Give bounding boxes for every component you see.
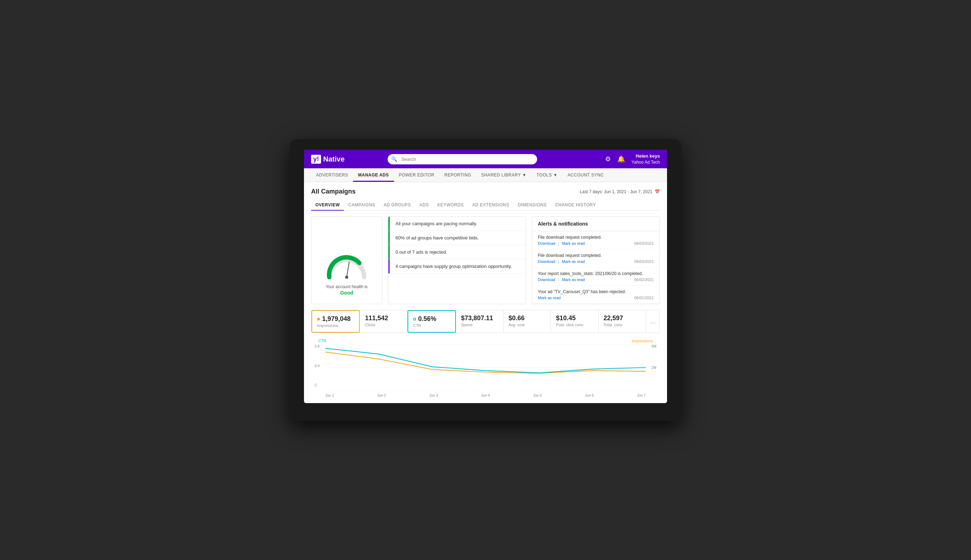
- alert-item-4: Your ad "TV_Carousel_Q3" has been reject…: [532, 286, 659, 304]
- search-icon: 🔍: [391, 156, 397, 162]
- chart-area: CTR Impressions 0.8 0.4 0 4M 2M: [311, 339, 660, 397]
- tab-ad-groups[interactable]: AD GROUPS: [379, 200, 415, 210]
- x-jun3: Jun 3: [429, 393, 438, 397]
- ctr-line: [325, 348, 646, 373]
- metrics-row: 1,979,048 Impressions 111,542 Clicks 0.5…: [311, 310, 660, 333]
- y-axis-right: 4M 2M: [651, 344, 656, 387]
- tab-dimensions[interactable]: DIMENSIONS: [514, 200, 551, 210]
- y-left-0.8: 0.8: [315, 344, 320, 348]
- metric-impressions-value: 1,979,048: [317, 315, 354, 323]
- nav-reporting[interactable]: REPORTING: [439, 168, 476, 182]
- alert-2-date: 06/03/2021: [634, 259, 654, 263]
- yahoo-y-logo: y!: [311, 155, 321, 164]
- alert-actions-4: Mark as read 06/01/2021: [538, 296, 654, 300]
- search-bar: 🔍: [388, 154, 537, 164]
- x-jun1: Jun 1: [325, 393, 334, 397]
- metric-spend[interactable]: $73,807.11 Spend: [456, 310, 503, 333]
- metric-clicks[interactable]: 111,542 Clicks: [360, 310, 407, 333]
- health-status: Good: [340, 290, 354, 296]
- nav-account-sync[interactable]: ACCOUNT SYNC: [563, 168, 609, 182]
- tab-ad-extensions[interactable]: AD EXTENSIONS: [468, 200, 514, 210]
- nav-manage-ads[interactable]: MANAGE ADS: [353, 168, 394, 182]
- metric-total-conv-label: Total. conv.: [604, 323, 641, 327]
- metric-post-click-value: $10.45: [556, 315, 593, 322]
- alert-text-1: File download request completed.: [538, 235, 654, 240]
- bell-icon[interactable]: 🔔: [617, 155, 625, 163]
- alert-4-date: 06/01/2021: [634, 296, 654, 300]
- y-axis-left: 0.8 0.4 0: [315, 344, 320, 387]
- ctr-dot: [413, 318, 416, 320]
- alert-4-mark-read[interactable]: Mark as read: [538, 296, 561, 300]
- alert-text-4: Your ad "TV_Carousel_Q3" has been reject…: [538, 289, 654, 294]
- alert-3-download[interactable]: Download: [538, 278, 555, 282]
- alert-actions-2: Download | Mark as read 06/03/2021: [538, 259, 654, 263]
- health-text: Your account health is Good: [326, 284, 368, 297]
- page-content: All Campaigns Last 7 days: Jun 1, 2021 -…: [304, 182, 667, 403]
- alert-2-download[interactable]: Download: [538, 259, 555, 263]
- metric-more-button[interactable]: …: [646, 310, 659, 333]
- gear-icon[interactable]: ⚙: [605, 155, 611, 163]
- alert-3-date: 06/02/2021: [634, 278, 654, 282]
- metric-ctr-label: CTR: [413, 323, 450, 328]
- info-item-supply: 4 campaigns have supply group optimizati…: [388, 259, 526, 273]
- tab-keywords[interactable]: KEYWORDS: [433, 200, 468, 210]
- impressions-line: [325, 352, 646, 373]
- chart-wrapper: 0.8 0.4 0 4M 2M: [315, 344, 656, 397]
- alert-text-3: Your report sales_tools_stats: 2021/06/2…: [538, 271, 654, 276]
- legend-ctr: CTR: [318, 339, 326, 343]
- y-right-2m: 2M: [651, 366, 656, 370]
- alert-2-mark-read[interactable]: Mark as read: [562, 259, 585, 263]
- tab-ads[interactable]: ADS: [415, 200, 433, 210]
- tab-overview[interactable]: OVERVIEW: [311, 200, 344, 210]
- page-header: All Campaigns Last 7 days: Jun 1, 2021 -…: [311, 188, 660, 195]
- metric-ctr[interactable]: 0.56% CTR: [407, 310, 456, 333]
- metric-total-conv[interactable]: 22,597 Total. conv.: [599, 310, 646, 333]
- nav-advertisers[interactable]: ADVERTISERS: [311, 168, 353, 182]
- info-panel: All your campaigns are pacing normally. …: [388, 216, 526, 304]
- main-navigation: ADVERTISERS MANAGE ADS POWER EDITOR REPO…: [304, 168, 667, 182]
- alert-1-download[interactable]: Download: [538, 241, 555, 245]
- calendar-icon[interactable]: 📅: [654, 189, 660, 194]
- y-right-4m: 4M: [651, 344, 656, 348]
- nav-power-editor[interactable]: POWER EDITOR: [394, 168, 440, 182]
- y-left-0: 0: [315, 383, 320, 387]
- legend-imp: Impressions: [632, 339, 653, 343]
- nav-shared-library[interactable]: SHARED LIBRARY ▼: [476, 168, 531, 182]
- alert-actions-1: Download | Mark as read 06/03/2021: [538, 241, 654, 245]
- date-range-text: Last 7 days: Jun 1, 2021 - Jun 7, 2021: [580, 189, 652, 194]
- svg-line-0: [347, 262, 349, 277]
- metric-spend-value: $73,807.11: [461, 315, 498, 322]
- search-input[interactable]: [388, 154, 537, 164]
- metric-impressions[interactable]: 1,979,048 Impressions: [312, 310, 360, 333]
- y-left-0.4: 0.4: [315, 364, 320, 368]
- x-jun2: Jun 2: [377, 393, 386, 397]
- user-company: Yahoo Ad Tech: [631, 159, 660, 165]
- x-jun6: Jun 6: [585, 393, 594, 397]
- tab-campaigns[interactable]: CAMPAIGNS: [344, 200, 379, 210]
- alert-item-3: Your report sales_tools_stats: 2021/06/2…: [532, 268, 659, 286]
- alert-item-2: File download request completed. Downloa…: [532, 249, 659, 268]
- user-name: Helen keys: [631, 153, 660, 159]
- info-item-bids: 60% of ad groups have competitive bids.: [388, 231, 526, 245]
- metric-clicks-label: Clicks: [365, 323, 402, 327]
- top-navigation: y! Native 🔍 ⚙ 🔔 Helen keys Yahoo Ad Tech: [304, 150, 667, 168]
- sub-tabs: OVERVIEW CAMPAIGNS AD GROUPS ADS KEYWORD…: [311, 200, 660, 211]
- alert-3-mark-read[interactable]: Mark as read: [562, 278, 585, 282]
- alert-1-mark-read[interactable]: Mark as read: [562, 241, 585, 245]
- gauge-svg: [322, 252, 372, 280]
- info-item-pacing: All your campaigns are pacing normally.: [388, 217, 526, 231]
- nav-tools[interactable]: TOOLS ▼: [531, 168, 562, 182]
- health-description: Your account health is: [326, 284, 368, 289]
- alert-item-1: File download request completed. Downloa…: [532, 231, 659, 249]
- x-jun5: Jun 5: [533, 393, 542, 397]
- alerts-header: Alerts & notifications: [532, 217, 659, 231]
- svg-point-1: [345, 275, 349, 278]
- date-range: Last 7 days: Jun 1, 2021 - Jun 7, 2021 📅: [580, 189, 660, 194]
- impressions-dot: [317, 318, 320, 320]
- alert-text-2: File download request completed.: [538, 253, 654, 258]
- metric-post-click-label: Post- click conv.: [556, 323, 593, 327]
- metric-avg-cost[interactable]: $0.66 Avg. cost: [504, 310, 551, 333]
- x-jun4: Jun 4: [481, 393, 490, 397]
- tab-change-history[interactable]: CHANGE HISTORY: [551, 200, 601, 210]
- metric-post-click[interactable]: $10.45 Post- click conv.: [551, 310, 598, 333]
